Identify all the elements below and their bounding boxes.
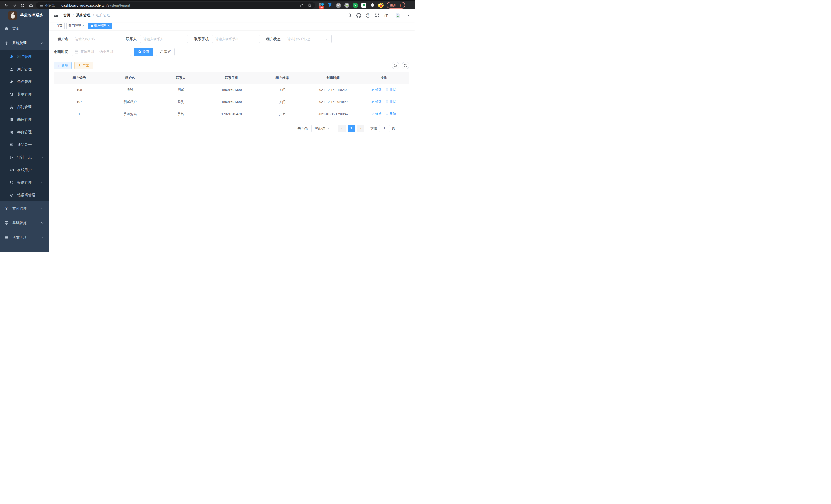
tenant-table: 租户编号租户名联系人联系手机租户状态创建时间操作 108测试测试15601691… [54, 72, 409, 120]
header-search-icon[interactable] [347, 13, 352, 18]
extensions-row: 10 ⌘ Y [319, 3, 384, 8]
post-icon [10, 118, 13, 121]
security-warning-label[interactable]: 不安全 [45, 3, 55, 8]
github-icon[interactable] [356, 13, 361, 18]
cell-contact: 秃头 [155, 96, 206, 108]
cell-status: 开启 [257, 108, 308, 120]
sidebar-item-post[interactable]: 岗位管理 [0, 113, 49, 126]
sidebar-item-role[interactable]: 角色管理 [0, 76, 49, 88]
sidebar-item-online-user[interactable]: 在线用户 [0, 164, 49, 176]
sidebar-item-pay[interactable]: ¥支付管理 [0, 201, 49, 216]
reset-button[interactable]: 重置 [156, 48, 175, 56]
security-warning-icon[interactable] [39, 3, 44, 7]
browser-update-button[interactable]: 更新 ⋮ [387, 2, 405, 9]
sidebar-item-error-code[interactable]: 错误码管理 [0, 189, 49, 201]
contact-input[interactable]: 请输入联系人 [140, 35, 188, 43]
refresh-button[interactable] [402, 62, 409, 69]
extensions-puzzle-icon[interactable] [370, 3, 375, 8]
extension-yudao-icon[interactable]: Y [352, 3, 358, 8]
browser-back-icon[interactable] [3, 2, 9, 8]
sidebar: 芋道管理系统 首页系统管理租户管理用户管理角色管理菜单管理部门管理岗位管理字典管… [0, 9, 49, 252]
help-icon[interactable]: ? [366, 13, 371, 18]
fullscreen-icon[interactable] [375, 13, 379, 18]
status-select[interactable]: 请选择租户状态 [284, 35, 332, 43]
page-unit-label: 页 [392, 126, 395, 131]
delete-link[interactable]: 删除 [385, 112, 396, 116]
tag-tenant[interactable]: 租户管理× [88, 23, 112, 29]
font-size-icon[interactable]: ᴛT [384, 13, 388, 18]
tenant-name-input[interactable]: 请输入租户名 [72, 35, 119, 43]
tenant-icon [10, 55, 13, 59]
edit-link[interactable]: 修改 [371, 99, 382, 104]
url-text[interactable]: dashboard.yudao.iocoder.cn/system/tenant [61, 3, 130, 7]
tag-close-icon[interactable]: × [83, 24, 85, 28]
sidebar-item-menu[interactable]: 菜单管理 [0, 88, 49, 101]
breadcrumb-item[interactable]: 系统管理 [76, 13, 90, 18]
table-header-row: 租户编号租户名联系人联系手机租户状态创建时间操作 [54, 72, 409, 84]
sidebar-item-sms[interactable]: 短信管理 [0, 176, 49, 189]
edit-link[interactable]: 修改 [371, 87, 382, 92]
breadcrumb-item[interactable]: 首页 [63, 13, 70, 18]
tag-dept[interactable]: 部门管理× [66, 23, 87, 29]
hamburger-icon[interactable] [54, 13, 59, 18]
trash-icon [385, 112, 389, 116]
app-title: 芋道管理系统 [20, 13, 43, 18]
sidebar-item-notice[interactable]: 通知公告 [0, 139, 49, 151]
mobile-input[interactable]: 请输入联系手机 [212, 35, 260, 43]
toggle-search-button[interactable] [392, 62, 399, 69]
browser-forward-icon[interactable] [11, 2, 18, 8]
cell-status: 关闭 [257, 84, 308, 96]
cell-mobile: 15601691300 [206, 84, 257, 96]
extension-green-dot-icon[interactable] [344, 3, 350, 8]
sidebar-item-dept[interactable]: 部门管理 [0, 101, 49, 113]
extension-chat-icon[interactable] [361, 3, 367, 8]
chevron-down-icon [41, 181, 44, 184]
export-button[interactable]: 导出 [74, 62, 93, 69]
table-column-header: 租户状态 [257, 72, 308, 84]
sidebar-item-dict[interactable]: 字典管理 [0, 126, 49, 139]
table-row: 107测试租户秃头15601691300关闭2021-12-14 20:49:4… [54, 96, 409, 108]
next-page-button[interactable]: › [357, 125, 364, 132]
page-number-1[interactable]: 1 [348, 125, 355, 132]
breadcrumb: 首页/系统管理/租户管理 [63, 13, 111, 18]
sidebar-item-user[interactable]: 用户管理 [0, 63, 49, 76]
browser-home-icon[interactable] [28, 2, 34, 8]
browser-reload-icon[interactable] [20, 2, 26, 8]
browser-menu-kebab-icon[interactable]: ⋮ [399, 3, 402, 7]
table-column-header: 操作 [359, 72, 409, 84]
tag-close-icon[interactable]: × [108, 24, 110, 28]
delete-link[interactable]: 删除 [385, 99, 396, 104]
sidebar-item-dev-tool[interactable]: 研发工具 [0, 230, 49, 244]
bookmark-star-icon[interactable] [308, 3, 312, 7]
app-logo-row[interactable]: 芋道管理系统 [0, 9, 49, 22]
table-column-header: 租户名 [105, 72, 155, 84]
extension-emoji-icon[interactable] [378, 3, 384, 8]
address-bar[interactable]: 不安全 dashboard.yudao.iocoder.cn/system/te… [36, 2, 315, 9]
sidebar-item-tenant[interactable]: 租户管理 [0, 50, 49, 63]
user-avatar[interactable] [393, 10, 403, 20]
share-icon[interactable] [300, 3, 304, 7]
cell-id: 107 [54, 96, 105, 108]
edit-link[interactable]: 修改 [371, 112, 382, 116]
extension-devtools-icon[interactable]: 10 [319, 3, 324, 8]
cell-name: 测试租户 [105, 96, 155, 108]
chevron-down-icon [41, 156, 44, 159]
avatar-dropdown-caret-icon[interactable] [407, 15, 410, 18]
delete-link[interactable]: 删除 [385, 87, 396, 92]
create-time-range-picker[interactable]: 开始日期 - 结束日期 [72, 48, 131, 56]
sidebar-item-system[interactable]: 系统管理 [0, 36, 49, 50]
prev-page-button[interactable]: ‹ [338, 125, 346, 132]
tag-home[interactable]: 首页 [54, 23, 65, 29]
sidebar-item-home[interactable]: 首页 [0, 22, 49, 36]
goto-page-input[interactable]: 1 [379, 125, 390, 132]
page-size-select[interactable]: 10条/页 [311, 125, 333, 132]
log-icon [10, 155, 13, 159]
sidebar-item-infra[interactable]: 基础设施 [0, 216, 49, 230]
extension-kite-icon[interactable] [327, 3, 333, 8]
notice-icon [10, 143, 13, 147]
add-button[interactable]: + 新增 [54, 62, 72, 69]
edit-pencil-icon [371, 88, 374, 91]
sidebar-item-audit-log[interactable]: 审计日志 [0, 151, 49, 164]
extension-command-icon[interactable]: ⌘ [336, 3, 341, 8]
search-button[interactable]: 搜索 [134, 48, 153, 56]
